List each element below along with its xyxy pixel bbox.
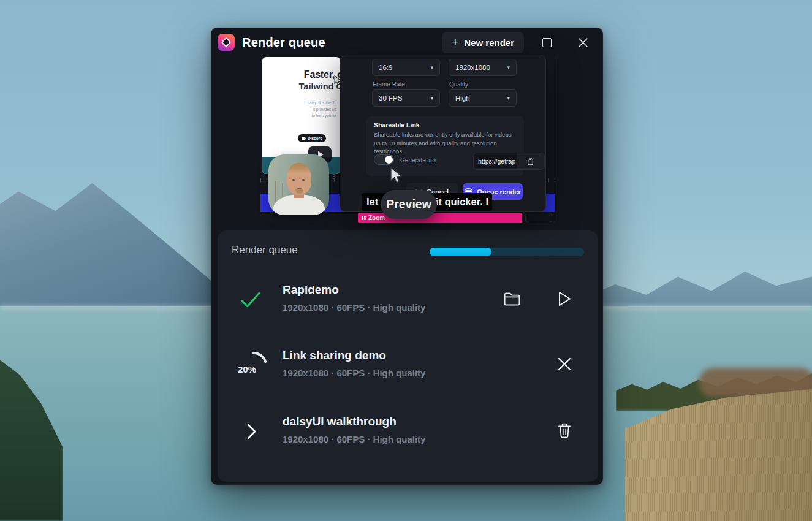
render-item-name: daisyUI walkthrough bbox=[283, 415, 397, 428]
chevron-down-icon: ▾ bbox=[507, 64, 510, 70]
check-icon bbox=[241, 291, 260, 308]
chevron-down-icon: ▾ bbox=[507, 95, 510, 101]
quality-value: High bbox=[455, 94, 470, 102]
timeline-marker: 3 bbox=[332, 173, 336, 180]
webcam-person-face bbox=[287, 163, 311, 195]
zoom-timeline-clip[interactable]: Zoom bbox=[358, 213, 522, 223]
play-icon bbox=[557, 291, 572, 307]
close-icon bbox=[556, 356, 572, 372]
maximize-icon[interactable] bbox=[542, 38, 552, 47]
queue-item-row[interactable]: daisyUI walkthrough 1920x1080 · 60FPS · … bbox=[218, 408, 598, 456]
thumbnail-body-line: daisyUI is the To bbox=[262, 100, 336, 107]
plus-icon: + bbox=[452, 36, 458, 48]
frame-rate-value: 30 FPS bbox=[379, 94, 402, 102]
thumbnail-heading: Faster, c bbox=[262, 69, 340, 80]
aspect-ratio-select[interactable]: 16:9 ▾ bbox=[372, 59, 440, 76]
open-folder-button[interactable] bbox=[499, 286, 524, 311]
queue-panel-title: Render queue bbox=[232, 244, 298, 256]
render-progress-percent: 20% bbox=[238, 364, 256, 375]
resolution-select[interactable]: 1920x1080 ▾ bbox=[449, 59, 517, 76]
thumbnail-body-line: to help you wr bbox=[262, 113, 336, 120]
app-logo-icon bbox=[218, 34, 235, 51]
queue-item-row[interactable]: Rapidemo 1920x1080 · 60FPS · High qualit… bbox=[218, 276, 598, 324]
resolution-value: 1920x1080 bbox=[455, 64, 490, 71]
close-icon[interactable] bbox=[577, 37, 588, 48]
render-queue-window: Render queue + New render Faster, c Tail… bbox=[211, 28, 603, 485]
generate-link-toggle[interactable] bbox=[374, 154, 394, 165]
thumbnail-subheading: Tailwind C bbox=[262, 82, 340, 91]
window-title: Render queue bbox=[242, 36, 325, 50]
titlebar[interactable]: Render queue + New render bbox=[211, 28, 602, 56]
folder-icon bbox=[503, 291, 521, 306]
chevron-down-icon: ▾ bbox=[430, 95, 433, 101]
preview-button[interactable]: Preview bbox=[381, 190, 437, 219]
thumbnail-body-line: It provides us bbox=[262, 107, 336, 113]
queue-item-row[interactable]: 20% Link sharing demo 1920x1080 · 60FPS … bbox=[218, 342, 598, 390]
render-item-name: Link sharing demo bbox=[283, 349, 386, 362]
chevron-right-icon bbox=[246, 423, 257, 440]
export-dialog: 16:9 ▾ 1920x1080 ▾ Frame Rate Quality 30… bbox=[340, 55, 546, 212]
diamond-glyph bbox=[221, 37, 232, 48]
webcam-person-beard bbox=[295, 189, 303, 194]
cancel-render-button[interactable] bbox=[552, 352, 577, 376]
link-field-group: https://getrap bbox=[473, 153, 545, 170]
quality-label: Quality bbox=[449, 81, 468, 88]
chevron-down-icon: ▾ bbox=[430, 64, 433, 70]
zoom-clip-label: Zoom bbox=[368, 215, 385, 221]
shareable-link-description: Shareable links are currently only avail… bbox=[374, 131, 515, 156]
quality-select[interactable]: High ▾ bbox=[449, 89, 517, 107]
discord-label: Discord bbox=[308, 136, 322, 140]
render-item-meta: 1920x1080 · 60FPS · High quality bbox=[283, 302, 425, 313]
copy-link-button[interactable] bbox=[517, 153, 545, 170]
queue-progress-fill bbox=[430, 248, 491, 256]
queue-progress-bar bbox=[430, 248, 584, 256]
webcam-bubble bbox=[268, 154, 329, 215]
editor-preview: Faster, c Tailwind C daisyUI is the To I… bbox=[260, 56, 555, 223]
caption-left-text: let bbox=[366, 196, 378, 208]
delete-render-button[interactable] bbox=[552, 418, 577, 443]
discord-icon bbox=[302, 137, 306, 140]
toggle-knob bbox=[385, 156, 393, 164]
render-item-meta: 1920x1080 · 60FPS · High quality bbox=[283, 434, 425, 444]
timeline-clip-outline[interactable] bbox=[525, 213, 552, 222]
status-indicator bbox=[234, 283, 268, 317]
aspect-ratio-value: 16:9 bbox=[379, 64, 392, 71]
mouse-cursor bbox=[390, 167, 403, 187]
generate-link-label: Generate link bbox=[400, 157, 436, 164]
webcam-person-eye bbox=[302, 179, 305, 181]
clipboard-icon bbox=[526, 157, 534, 166]
trash-icon bbox=[557, 422, 572, 439]
desktop: Render queue + New render Faster, c Tail… bbox=[0, 0, 812, 521]
render-item-meta: 1920x1080 · 60FPS · High quality bbox=[283, 368, 425, 378]
frame-rate-label: Frame Rate bbox=[373, 81, 405, 88]
status-indicator bbox=[234, 414, 268, 449]
new-render-label: New render bbox=[464, 37, 514, 48]
play-render-button[interactable] bbox=[552, 286, 577, 311]
zoom-grid-icon bbox=[362, 216, 366, 220]
render-progress-indicator: 20% bbox=[234, 348, 268, 382]
frame-rate-select[interactable]: 30 FPS ▾ bbox=[372, 89, 440, 107]
render-item-name: Rapidemo bbox=[283, 283, 339, 297]
share-link-input[interactable]: https://getrap bbox=[473, 153, 517, 170]
render-queue-panel: Render queue Rapidemo 1920x1080 · 60FPS … bbox=[218, 230, 598, 482]
discord-button: Discord bbox=[298, 134, 326, 142]
shareable-link-title: Shareable Link bbox=[374, 121, 420, 129]
webcam-person-eye bbox=[292, 179, 295, 181]
new-render-button[interactable]: + New render bbox=[442, 32, 524, 53]
